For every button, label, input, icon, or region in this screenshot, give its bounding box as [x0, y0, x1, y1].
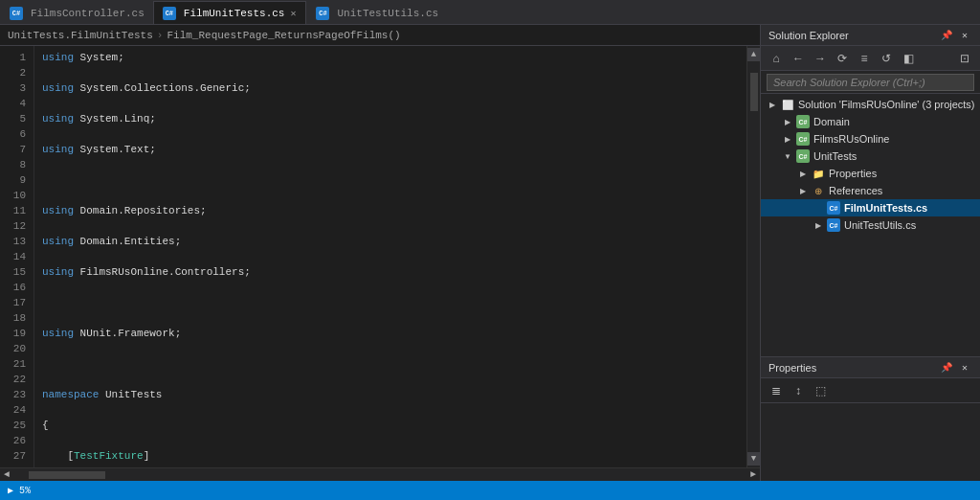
se-props-btn[interactable]: ◧ [899, 49, 918, 68]
tree-item-filmsrusonline[interactable]: ▶ C# FilmsRUsOnline [761, 130, 980, 148]
close-panel-icon[interactable]: ✕ [957, 28, 972, 43]
tree-item-domain[interactable]: ▶ C# Domain [761, 113, 980, 130]
se-collapse-btn[interactable]: ≡ [855, 49, 874, 68]
cs-file-icon: C# [163, 7, 176, 20]
tree-label-unittests: UnitTests [813, 150, 857, 162]
scroll-down-btn[interactable]: ▼ [747, 452, 761, 466]
line-numbers: 12345 678910 1112131415 1617181920 21222… [0, 46, 34, 467]
code-editor[interactable]: using System; using System.Collections.G… [34, 46, 746, 467]
scroll-right-btn[interactable]: ► [750, 469, 756, 480]
se-back-btn[interactable]: ← [789, 49, 808, 68]
tree-label-unittestutils-cs: UnitTestUtils.cs [844, 219, 916, 231]
tree-label-properties: Properties [829, 168, 877, 179]
se-tree: ▶ ⬜ Solution 'FilmsRUsOnline' (3 project… [761, 94, 980, 356]
status-bar: ▶ 5% [0, 481, 980, 500]
solution-explorer-panel: Solution Explorer 📌 ✕ ⌂ ← → ⟳ ≡ ↺ ◧ ⊡ [760, 25, 980, 481]
solution-explorer-header: Solution Explorer 📌 ✕ [761, 25, 980, 46]
solution-icon: ⬜ [780, 97, 795, 112]
tree-item-solution[interactable]: ▶ ⬜ Solution 'FilmsRUsOnline' (3 project… [761, 96, 980, 113]
se-forward-btn[interactable]: → [811, 49, 830, 68]
properties-pin-icon[interactable]: 📌 [939, 360, 954, 375]
proj-filmsrusonline-icon: C# [795, 131, 811, 147]
tree-arrow-unittests: ▼ [780, 148, 795, 164]
tree-label-filmunittests-cs: FilmUnitTests.cs [844, 202, 927, 214]
main-layout: UnitTests.FilmUnitTests › Film_RequestPa… [0, 25, 980, 481]
tab-filmscontroller-label: FilmsController.cs [31, 8, 145, 19]
properties-header: Properties 📌 ✕ [761, 357, 980, 378]
tab-unittestutils-label: UnitTestUtils.cs [337, 8, 438, 19]
se-extra-btn[interactable]: ⊡ [955, 49, 974, 68]
se-home-btn[interactable]: ⌂ [767, 49, 786, 68]
tree-arrow-filmsrusonline: ▶ [780, 131, 795, 147]
tree-label-solution: Solution 'FilmsRUsOnline' (3 projects) [798, 99, 975, 110]
solution-explorer-title: Solution Explorer [768, 30, 849, 41]
tab-bar: C# FilmsController.cs C# FilmUnitTests.c… [0, 0, 980, 25]
scroll-up-btn[interactable]: ▲ [747, 48, 761, 61]
cs-unittestutils-icon: C# [826, 217, 841, 233]
se-refresh-btn[interactable]: ↺ [877, 49, 896, 68]
tree-label-filmsrusonline: FilmsRUsOnline [813, 133, 889, 145]
se-toolbar: ⌂ ← → ⟳ ≡ ↺ ◧ ⊡ [761, 46, 980, 71]
proj-domain-icon: C# [795, 114, 811, 129]
code-area: 12345 678910 1112131415 1617181920 21222… [0, 46, 760, 467]
tree-label-domain: Domain [813, 116, 850, 127]
prop-category-btn[interactable]: ≣ [767, 381, 786, 400]
scroll-thumb[interactable] [750, 73, 758, 111]
editor-container: UnitTests.FilmUnitTests › Film_RequestPa… [0, 25, 760, 481]
properties-header-icons: 📌 ✕ [939, 360, 972, 375]
tree-item-references[interactable]: ▶ ⊕ References [761, 182, 980, 199]
breadcrumb-namespace: UnitTests.FilmUnitTests [8, 30, 153, 41]
tree-arrow-solution: ▶ [765, 97, 780, 112]
cs-file-icon: C# [10, 7, 23, 20]
h-scroll-track [10, 471, 750, 479]
cs-filmunittests-icon: C# [826, 200, 841, 216]
breadcrumb-sep: › [157, 30, 164, 41]
properties-title: Properties [768, 362, 816, 374]
tree-item-filmunittests-cs[interactable]: C# FilmUnitTests.cs [761, 199, 980, 216]
se-search-input[interactable] [767, 74, 974, 91]
tab-unittestutils[interactable]: C# UnitTestUtils.cs [306, 1, 447, 24]
proj-unittests-icon: C# [795, 148, 811, 164]
prop-pages-btn[interactable]: ⬚ [811, 381, 830, 400]
tree-arrow-filmunittests [811, 200, 826, 216]
pin-icon[interactable]: 📌 [939, 28, 954, 43]
panel-header-icons: 📌 ✕ [939, 28, 972, 43]
tree-item-unittests[interactable]: ▼ C# UnitTests [761, 148, 980, 165]
breadcrumb: UnitTests.FilmUnitTests › Film_RequestPa… [0, 25, 760, 46]
properties-close-icon[interactable]: ✕ [957, 360, 972, 375]
horizontal-scrollbar[interactable]: ◄ ► [0, 467, 760, 481]
tree-arrow-domain: ▶ [780, 114, 795, 129]
se-sync-btn[interactable]: ⟳ [833, 49, 852, 68]
tab-filmunittests[interactable]: C# FilmUnitTests.cs ✕ [153, 1, 307, 24]
tree-label-references: References [829, 185, 882, 196]
tree-item-unittestutils-cs[interactable]: ▶ C# UnitTestUtils.cs [761, 216, 980, 234]
cs-file-icon: C# [316, 7, 329, 20]
properties-panel: Properties 📌 ✕ ≣ ↕ ⬚ [761, 356, 980, 481]
status-percentage: ▶ 5% [8, 485, 31, 496]
breadcrumb-method: Film_RequestPage_ReturnsPageOfFilms() [167, 30, 400, 41]
tree-arrow-unittestutils: ▶ [811, 217, 826, 233]
tab-filmunittests-label: FilmUnitTests.cs [184, 8, 285, 19]
se-search-container [761, 71, 980, 94]
scroll-track [750, 63, 758, 450]
references-icon: ⊕ [811, 183, 826, 198]
tab-filmunittests-close[interactable]: ✕ [288, 8, 298, 19]
prop-alpha-btn[interactable]: ↕ [789, 381, 808, 400]
folder-properties-icon: 📁 [811, 166, 826, 181]
h-scroll-thumb[interactable] [29, 471, 105, 479]
editor-scrollbar[interactable]: ▲ ▼ [746, 46, 760, 467]
tab-filmscontroller[interactable]: C# FilmsController.cs [0, 1, 153, 24]
tree-arrow-references: ▶ [795, 183, 811, 198]
prop-toolbar: ≣ ↕ ⬚ [761, 378, 980, 403]
tree-arrow-properties: ▶ [795, 166, 811, 181]
tree-item-properties[interactable]: ▶ 📁 Properties [761, 165, 980, 182]
